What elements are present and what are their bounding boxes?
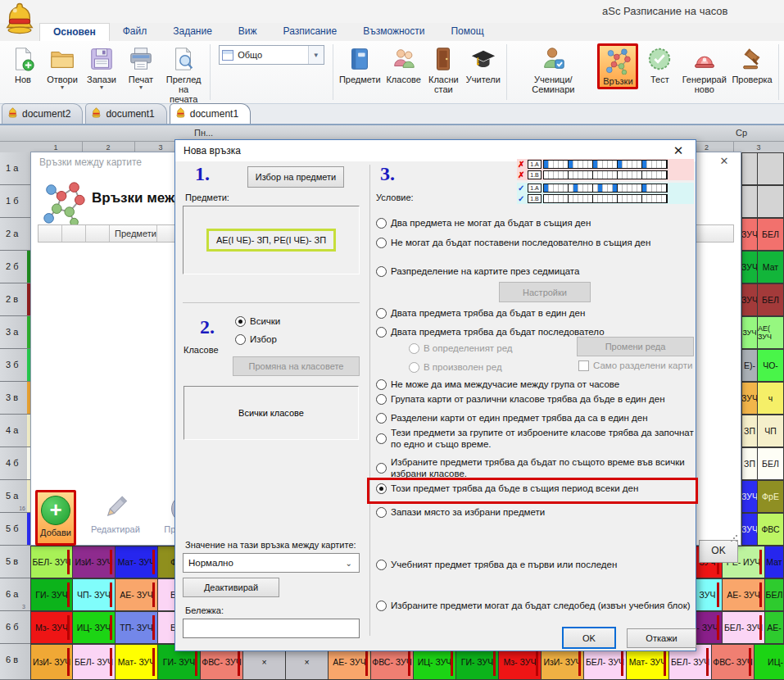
condition-label-2[interactable]: Разпределение на картите през седмицата	[391, 265, 579, 277]
timetable-cell[interactable]: АЕ- ЗУЧ	[116, 578, 158, 611]
order-any-radio[interactable]	[409, 362, 419, 373]
timetable-cell[interactable]	[758, 152, 784, 185]
condition-label-10[interactable]: Този предмет трябва да бъде в същия пери…	[391, 483, 638, 494]
condition-label-0[interactable]: Два предмета не могат да бъдат в същия д…	[391, 217, 591, 229]
timetable-row-label[interactable]: 3 б	[0, 349, 30, 382]
students-button[interactable]: Ученици/Семинари	[511, 43, 595, 96]
condition-radio-2[interactable]	[376, 266, 387, 277]
condition-label-8[interactable]: Тези предмети за групите от изброените к…	[391, 427, 696, 450]
timetable-row-label[interactable]: 6 а 3	[0, 578, 30, 611]
condition-radio-3[interactable]	[376, 308, 387, 319]
timetable-cell[interactable]: Мз- ЗУЧ	[30, 611, 73, 644]
timetable-cell[interactable]	[741, 185, 758, 218]
condition-label-3[interactable]: Двата предмета трябва да бъдат в един де…	[391, 307, 585, 319]
timetable-cell[interactable]: БЕЛ	[758, 447, 784, 480]
open-button[interactable]: Отвори ▾	[43, 43, 81, 92]
timetable-row-label[interactable]: 5 в	[0, 546, 30, 578]
timetable-row-label[interactable]: 2 в	[0, 283, 30, 316]
timetable-row-label[interactable]: 1 б	[0, 185, 30, 218]
timetable-cell[interactable]: ИЦ- ЗУЧ	[73, 611, 116, 644]
timetable-row-label[interactable]: 3 а	[0, 316, 30, 349]
timetable-cell[interactable]: ЗУЧ	[741, 480, 758, 513]
timetable-cell[interactable]: ЗУЧ	[692, 578, 723, 611]
edit-link-button[interactable]: Редактирай	[79, 492, 152, 534]
timetable-cell[interactable]: ЗУЧ	[741, 218, 758, 251]
timetable-cell[interactable]: ЧО-	[758, 349, 784, 382]
close-icon[interactable]: ✕	[714, 155, 734, 170]
select-subjects-button[interactable]: Избор на предмети	[247, 166, 344, 188]
print-preview-button[interactable]: Преглед на печата	[161, 43, 206, 106]
condition-label-12[interactable]: Учебният предмет трябва да е първи или п…	[391, 559, 617, 570]
timetable-cell[interactable]: АЕ-	[765, 611, 784, 644]
condition-radio-1[interactable]	[376, 238, 387, 248]
classes-all-label[interactable]: Всички	[250, 315, 280, 327]
split-cards-checkbox[interactable]	[578, 360, 589, 371]
timetable-cell[interactable]: Мат	[758, 251, 784, 283]
condition-label-11[interactable]: Запази място за избрани предмети	[391, 506, 545, 518]
condition-radio-7[interactable]	[376, 413, 387, 424]
condition-radio-5[interactable]	[376, 379, 387, 390]
classes-pick-label[interactable]: Избор	[250, 333, 277, 345]
dropdown-arrow-icon[interactable]: ▾	[139, 84, 143, 90]
condition-radio-9[interactable]	[376, 463, 387, 474]
change-classes-button[interactable]: Промяна на класовете	[233, 356, 360, 376]
condition-label-13[interactable]: Избраните предмети могат да бъдат следоб…	[391, 600, 691, 611]
deactivate-button[interactable]: Деактивирай	[183, 578, 279, 597]
menu-tab[interactable]: Разписание	[270, 23, 351, 41]
timetable-cell[interactable]: Е)-	[741, 349, 758, 382]
menu-tab[interactable]: Основен	[39, 23, 110, 41]
condition-label-7[interactable]: Разделени карти от един предмет трябва д…	[391, 412, 648, 424]
combo-arrow-icon[interactable]: ▼	[308, 46, 324, 64]
timetable-cell[interactable]: Мат- ЗУЧ	[116, 644, 158, 680]
menu-tab[interactable]: Файл	[110, 23, 161, 41]
timetable-row-label[interactable]: 2 б	[0, 251, 30, 283]
condition-radio-8[interactable]	[376, 433, 387, 444]
new-button[interactable]: Нов	[4, 43, 42, 86]
condition-radio-11[interactable]	[376, 507, 387, 518]
timetable-cell[interactable]: ФВС- ЗУЧ	[712, 644, 755, 680]
meaning-select[interactable]: Нормално ⌄	[183, 553, 360, 573]
settings-button[interactable]: Настройки	[499, 282, 591, 302]
menu-tab[interactable]: Виж	[225, 23, 270, 41]
document-tab[interactable]: document2	[2, 103, 83, 124]
add-link-button[interactable]: + Добави	[35, 490, 76, 546]
menu-tab[interactable]: Помощ	[437, 23, 496, 41]
timetable-cell[interactable]: ЧП- ЗУЧ	[73, 578, 116, 611]
classes-pick-radio[interactable]	[235, 334, 246, 345]
condition-label-4[interactable]: Двата предмета трябва да бъдат последова…	[391, 326, 605, 338]
timetable-cell[interactable]: БЕЛ- ЗУЧ	[30, 546, 73, 578]
timetable-cell[interactable]: ИЦ-	[755, 644, 784, 680]
condition-label-9[interactable]: Избраните предмети трябва да бъдат по съ…	[391, 456, 696, 479]
timetable-cell[interactable]: БЕЛ- ЗУЧ	[723, 611, 765, 644]
dropdown-arrow-icon[interactable]: ▾	[100, 84, 103, 90]
order-fixed-radio[interactable]	[409, 343, 419, 354]
timetable-cell[interactable]: ФВС	[758, 513, 784, 546]
timetable-cell[interactable]: ЗУЧ	[741, 382, 758, 415]
classrooms-button[interactable]: Класни стаи	[424, 43, 462, 96]
timetable-cell[interactable]: ЗУЧ	[741, 283, 758, 316]
condition-label-1[interactable]: Не могат да бъдат поставени последовател…	[391, 237, 650, 248]
subjects-button[interactable]: Предмети	[338, 43, 383, 86]
timetable-cell[interactable]	[741, 152, 758, 185]
timetable-cell[interactable]: ГИ- ЗУЧ	[30, 578, 73, 611]
timetable-row-label[interactable]: 6 в	[0, 644, 30, 680]
timetable-cell[interactable]: БЕЛ	[765, 578, 784, 611]
links-button[interactable]: Връзки	[597, 43, 638, 89]
dropdown-arrow-icon[interactable]: ▾	[61, 84, 64, 90]
timetable-cell[interactable]: ЗП	[741, 447, 758, 480]
generate-button[interactable]: Генерирай ново	[680, 43, 728, 96]
timetable-cell[interactable]: ТП- ЗУЧ	[116, 611, 158, 644]
print-button[interactable]: Печат ▾	[122, 43, 160, 92]
condition-radio-12[interactable]	[376, 560, 387, 570]
timetable-row-label[interactable]: 6 б	[0, 611, 30, 644]
save-button[interactable]: Запази ▾	[83, 43, 120, 92]
timetable-row-label[interactable]: 2 а	[0, 218, 30, 251]
timetable-cell[interactable]: ЗУЧ	[741, 316, 758, 349]
timetable-cell[interactable]: БЕЛ- ЗУЧ	[73, 644, 116, 680]
timetable-cell[interactable]	[758, 185, 784, 218]
timetable-row-label[interactable]: 4 а	[0, 415, 30, 447]
condition-radio-6[interactable]	[376, 394, 387, 405]
timetable-cell[interactable]: АЕ- ЗУЧ	[723, 578, 765, 611]
classes-all-radio[interactable]	[235, 316, 246, 327]
timetable-row-label[interactable]: 3 в	[0, 382, 30, 415]
